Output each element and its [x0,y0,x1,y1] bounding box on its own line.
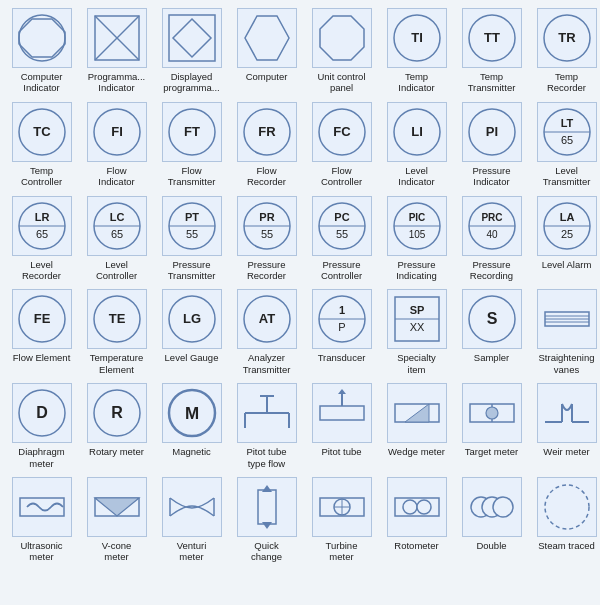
symbol-rotometer [387,477,447,537]
symbol-temp-indicator: TI [387,8,447,68]
label-displayed-programmable: Displayedprogramma... [163,71,220,94]
cell-level-controller: LC 65 LevelController [79,192,154,286]
label-level-gauge: Level Gauge [165,352,219,363]
label-pressure-indicating: PressureIndicating [396,259,437,282]
cell-straightening-vanes: Straighteningvanes [529,285,600,379]
cell-ultrasonic-meter: Ultrasonicmeter [4,473,79,567]
label-temperature-element: TemperatureElement [90,352,143,375]
symbol-quick-change [237,477,297,537]
cell-wedge-meter: Wedge meter [379,379,454,473]
cell-quick-change: Quickchange [229,473,304,567]
cell-level-indicator: LI LevelIndicator [379,98,454,192]
symbol-programmable-indicator [87,8,147,68]
cell-computer-indicator: ComputerIndicator [4,4,79,98]
svg-marker-100 [338,389,346,394]
symbol-rotary-meter: R [87,383,147,443]
label-level-transmitter: LevelTransmitter [543,165,591,188]
symbol-computer [237,8,297,68]
svg-text:TI: TI [411,30,423,45]
symbol-flow-element: FE [12,289,72,349]
label-transducer: Transducer [318,352,366,363]
svg-point-105 [486,407,498,419]
svg-text:FC: FC [333,124,351,139]
symbol-temp-transmitter: TT [462,8,522,68]
label-steam-traced: Steam traced [538,540,595,551]
label-flow-transmitter: FlowTransmitter [168,165,216,188]
symbol-weir-meter [537,383,597,443]
symbol-computer-indicator [12,8,72,68]
cell-programmable-indicator: Programma...Indicator [79,4,154,98]
cell-flow-element: FE Flow Element [4,285,79,379]
symbol-straightening-vanes [537,289,597,349]
svg-rect-110 [20,498,64,516]
symbol-displayed-programmable [162,8,222,68]
symbol-pressure-transmitter: PT 55 [162,196,222,256]
svg-point-128 [545,485,589,529]
label-straightening-vanes: Straighteningvanes [539,352,595,375]
symbol-ultrasonic-meter [12,477,72,537]
cell-double: Double [454,473,529,567]
label-pressure-indicator: PressureIndicator [472,165,510,188]
symbol-pressure-recording: PRC 40 [462,196,522,256]
label-turbine-meter: Turbinemeter [326,540,358,563]
symbol-wedge-meter [387,383,447,443]
svg-text:TT: TT [484,30,500,45]
label-venturi-meter: Venturimeter [177,540,207,563]
label-flow-recorder: FlowRecorder [247,165,286,188]
cell-pressure-controller: PC 55 PressureController [304,192,379,286]
symbol-level-controller: LC 65 [87,196,147,256]
cell-level-alarm: LA 25 Level Alarm [529,192,600,286]
cell-temp-indicator: TI TempIndicator [379,4,454,98]
symbol-flow-recorder: FR [237,102,297,162]
symbol-double [462,477,522,537]
svg-text:TR: TR [558,30,576,45]
label-double: Double [476,540,506,551]
symbol-magnetic: M [162,383,222,443]
label-flow-element: Flow Element [13,352,71,363]
label-diaphragm-meter: Diaphragmmeter [18,446,64,469]
label-level-alarm: Level Alarm [542,259,592,270]
cell-level-gauge: LG Level Gauge [154,285,229,379]
label-sampler: Sampler [474,352,509,363]
svg-text:LT: LT [560,117,573,129]
svg-text:55: 55 [260,228,272,240]
symbol-level-alarm: LA 25 [537,196,597,256]
cell-temperature-element: TE TemperatureElement [79,285,154,379]
label-pressure-controller: PressureController [321,259,362,282]
svg-text:1: 1 [338,304,344,316]
label-rotometer: Rotometer [394,540,438,551]
svg-text:PT: PT [184,211,198,223]
cell-pressure-indicator: PI PressureIndicator [454,98,529,192]
label-pressure-recorder: PressureRecorder [247,259,286,282]
cell-analyzer-transmitter: AT AnalyzerTransmitter [229,285,304,379]
svg-text:R: R [111,404,123,421]
symbol-level-gauge: LG [162,289,222,349]
svg-text:FR: FR [258,124,276,139]
symbol-pressure-indicating: PIC 105 [387,196,447,256]
symbol-temperature-element: TE [87,289,147,349]
svg-text:65: 65 [35,228,47,240]
label-flow-controller: FlowController [321,165,362,188]
label-weir-meter: Weir meter [543,446,589,457]
svg-text:LI: LI [411,124,423,139]
symbol-grid: ComputerIndicator Programma...Indicator … [0,0,600,571]
svg-marker-116 [262,485,272,492]
svg-text:LC: LC [109,211,124,223]
svg-point-123 [403,500,417,514]
svg-text:40: 40 [486,229,498,240]
symbol-v-cone-meter [87,477,147,537]
cell-diaphragm-meter: D Diaphragmmeter [4,379,79,473]
label-analyzer-transmitter: AnalyzerTransmitter [243,352,291,375]
label-temp-indicator: TempIndicator [398,71,434,94]
symbol-pressure-indicator: PI [462,102,522,162]
svg-text:LG: LG [182,311,200,326]
svg-text:AT: AT [258,311,274,326]
symbol-temp-controller: TC [12,102,72,162]
label-computer-indicator: ComputerIndicator [21,71,63,94]
symbol-pitot-tube-type-flow [237,383,297,443]
cell-sampler: S Sampler [454,285,529,379]
svg-text:PI: PI [485,124,497,139]
cell-weir-meter: Weir meter [529,379,600,473]
symbol-pressure-controller: PC 55 [312,196,372,256]
svg-point-124 [417,500,431,514]
